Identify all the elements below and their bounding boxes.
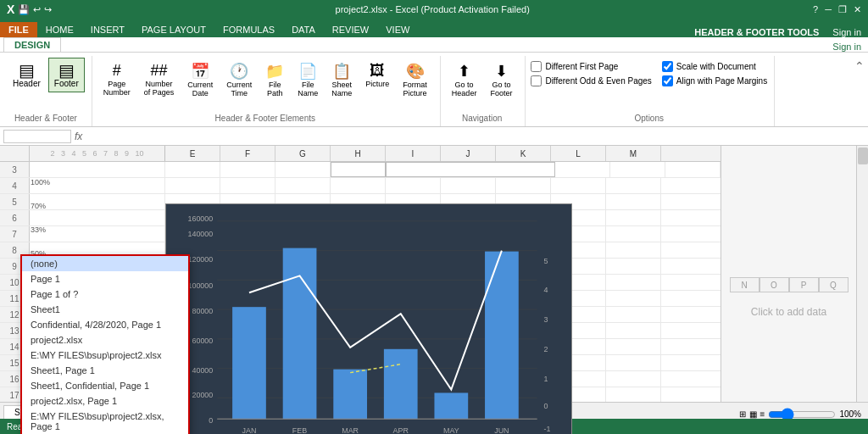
dropdown-item-page1[interactable]: Page 1	[22, 271, 188, 287]
cell-M4[interactable]	[606, 178, 661, 193]
cell-M8[interactable]	[606, 242, 661, 258]
scale-doc-checkbox[interactable]	[662, 61, 673, 72]
cell-M16[interactable]	[606, 371, 661, 387]
tab-review[interactable]: REVIEW	[324, 22, 377, 37]
maximize-btn[interactable]: ❐	[838, 4, 847, 15]
cell-M10[interactable]	[606, 275, 661, 290]
normal-view[interactable]: ▦	[749, 409, 757, 419]
picture-button[interactable]: 🖼 Picture	[359, 58, 395, 92]
number-of-pages-button[interactable]: ## Numberof Pages	[138, 58, 181, 101]
align-margins-checkbox[interactable]	[662, 75, 673, 86]
cell-L4[interactable]	[551, 178, 606, 193]
cell-I4[interactable]	[386, 178, 441, 193]
minimize-btn[interactable]: ─	[825, 4, 832, 14]
cell-M6[interactable]	[606, 210, 661, 225]
cell-M7[interactable]	[606, 226, 661, 242]
dropdown-item-confidential[interactable]: Confidential, 4/28/2020, Page 1	[22, 317, 188, 332]
scale-doc-option[interactable]: Scale with Document	[662, 61, 767, 72]
sheet-name-button[interactable]: 📋 SheetName	[326, 58, 358, 102]
dropdown-item-sheet1-page1[interactable]: Sheet1, Page 1	[22, 363, 188, 378]
header-footer-tools-label: HEADER & FOOTER TOOLS	[694, 27, 819, 37]
zoom-slider[interactable]	[768, 410, 836, 419]
page-break-view[interactable]: ≡	[760, 409, 765, 419]
cell-H4[interactable]	[331, 178, 386, 193]
collapse-ribbon-button[interactable]: ⌃	[854, 59, 865, 73]
cell-M15[interactable]	[606, 355, 661, 370]
help-icon[interactable]: ?	[813, 4, 818, 14]
vertical-scrollbar[interactable]	[856, 146, 868, 434]
svg-text:40000: 40000	[192, 366, 213, 375]
go-to-header-button[interactable]: ⬆ Go toHeader	[446, 58, 483, 102]
cell-I3[interactable]	[386, 162, 555, 177]
dropdown-item-proj-page1[interactable]: project2.xlsx, Page 1	[22, 393, 188, 409]
svg-text:20000: 20000	[192, 391, 213, 399]
cell-A3[interactable]	[30, 162, 165, 177]
page-number-button[interactable]: # PageNumber	[97, 58, 136, 101]
cell-H3[interactable]	[331, 162, 386, 177]
tab-design[interactable]: DESIGN	[3, 37, 61, 52]
footer-dropdown-menu[interactable]: (none) Page 1 Page 1 of ? Sheet1 Confide…	[20, 254, 190, 434]
diff-odd-even-option[interactable]: Different Odd & Even Pages	[531, 75, 651, 86]
cell-F4[interactable]	[220, 178, 275, 193]
tab-insert[interactable]: INSERT	[82, 22, 133, 37]
align-margins-option[interactable]: Align with Page Margins	[662, 75, 767, 86]
spreadsheet: Growth 2 3 4 5 6 7 8 9 10 E F G H I J K …	[0, 146, 721, 434]
cell-J3[interactable]	[555, 162, 610, 177]
cell-J4[interactable]	[441, 178, 496, 193]
scrollbar-thumb[interactable]	[858, 147, 868, 164]
tab-data[interactable]: DATA	[283, 22, 324, 37]
cell-M11[interactable]	[606, 291, 661, 306]
dropdown-item-fullpath-page1[interactable]: E:\MY FILES\bsup\project2.xlsx, Page 1	[22, 409, 188, 434]
dropdown-item-sheet1[interactable]: Sheet1	[22, 302, 188, 317]
right-sidebar[interactable]: N O P Q Click to add data	[721, 146, 856, 434]
cell-E3[interactable]	[165, 162, 220, 177]
header-footer-buttons: ▤ Header ▤ Footer	[7, 58, 85, 114]
page-layout-view[interactable]: ⊞	[739, 409, 746, 419]
dropdown-item-full-path[interactable]: E:\MY FILES\bsup\project2.xlsx	[22, 348, 188, 363]
tab-file[interactable]: FILE	[0, 22, 37, 37]
format-picture-button[interactable]: 🎨 FormatPicture	[397, 58, 433, 102]
svg-text:2: 2	[544, 345, 548, 353]
tab-page-layout[interactable]: PAGE LAYOUT	[133, 22, 214, 37]
cell-K3[interactable]	[610, 162, 665, 177]
cell-G4[interactable]	[275, 178, 331, 193]
click-to-add-label[interactable]: Click to add data	[751, 306, 826, 318]
cell-F3[interactable]	[220, 162, 275, 177]
cell-M9[interactable]	[606, 259, 661, 274]
cell-M5[interactable]	[606, 194, 661, 209]
cell-M17[interactable]	[606, 387, 661, 403]
quick-access-save[interactable]: 💾	[18, 4, 30, 15]
cell-K4[interactable]	[496, 178, 551, 193]
diff-first-page-checkbox[interactable]	[531, 61, 542, 72]
tab-view[interactable]: VIEW	[377, 22, 418, 37]
svg-rect-27	[333, 370, 367, 420]
dropdown-item-project2[interactable]: project2.xlsx	[22, 332, 188, 348]
cell-M12[interactable]	[606, 307, 661, 322]
footer-button[interactable]: ▤ Footer	[48, 58, 85, 92]
cell-G3[interactable]	[275, 162, 331, 177]
current-date-button[interactable]: 📅 CurrentDate	[181, 58, 219, 102]
close-btn[interactable]: ✕	[854, 4, 861, 15]
dropdown-item-page1-of[interactable]: Page 1 of ?	[22, 287, 188, 302]
cell-L3[interactable]	[665, 162, 721, 177]
header-button[interactable]: ▤ Header	[7, 58, 47, 92]
file-name-button[interactable]: 📄 FileName	[292, 58, 324, 102]
sign-in-link[interactable]: Sign in	[832, 27, 861, 37]
cell-E4[interactable]	[165, 178, 220, 193]
tab-home[interactable]: HOME	[37, 22, 82, 37]
name-box[interactable]	[3, 130, 71, 143]
diff-odd-even-checkbox[interactable]	[531, 75, 542, 86]
quick-access-undo[interactable]: ↩	[33, 4, 41, 15]
cell-M14[interactable]	[606, 339, 661, 354]
dropdown-item-sheet1-conf[interactable]: Sheet1, Confidential, Page 1	[22, 378, 188, 393]
sheet-name-icon: 📋	[332, 62, 351, 81]
sign-in-text[interactable]: Sign in	[832, 42, 861, 52]
quick-access-redo[interactable]: ↪	[44, 4, 52, 15]
file-path-button[interactable]: 📁 FilePath	[259, 58, 290, 102]
go-to-footer-button[interactable]: ⬇ Go toFooter	[484, 58, 518, 102]
dropdown-item-none[interactable]: (none)	[22, 256, 188, 271]
current-time-button[interactable]: 🕐 CurrentTime	[220, 58, 258, 102]
tab-formulas[interactable]: FORMULAS	[214, 22, 283, 37]
diff-first-page-option[interactable]: Different First Page	[531, 61, 651, 72]
cell-M13[interactable]	[606, 323, 661, 338]
